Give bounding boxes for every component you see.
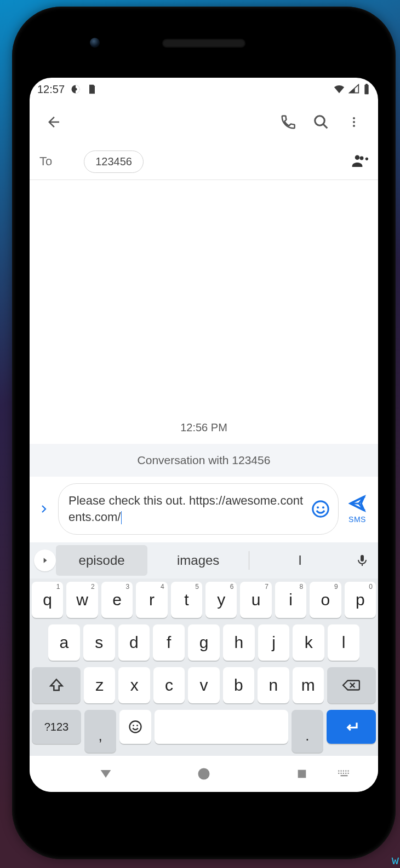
key-t[interactable]: t5 [171,582,202,618]
key-q[interactable]: q1 [32,582,63,618]
key-l[interactable]: l [328,624,359,661]
message-input[interactable]: Please check this out. https://awesome.c… [68,493,308,525]
send-button[interactable]: SMS [342,494,373,524]
recipient-row: To 123456 [30,143,378,180]
key-row-1: q1w2e3r4t5y6u7i8o9p0 [30,578,378,621]
svg-point-13 [322,506,324,508]
status-time: 12:57 [37,83,65,96]
key-h[interactable]: h [223,624,255,661]
conversation-header: Conversation with 123456 [30,444,378,477]
key-row-3: zxcvbnm [30,664,378,707]
svg-point-20 [136,725,138,726]
compose-row: Please check this out. https://awesome.c… [30,477,378,542]
nav-home-button[interactable] [193,763,215,785]
svg-point-19 [133,725,134,726]
suggestion-expand-button[interactable] [34,549,56,571]
key-n[interactable]: n [258,667,289,703]
svg-rect-30 [341,773,342,774]
compose-bubble: Please check this out. https://awesome.c… [58,483,339,535]
key-c[interactable]: c [153,667,185,703]
key-g[interactable]: g [188,624,220,661]
svg-point-18 [130,721,141,733]
svg-point-6 [353,117,355,119]
nav-back-button[interactable] [95,763,117,785]
svg-rect-2 [364,85,368,94]
conversation-area: 12:56 PM Conversation with 123456 [30,180,378,477]
key-row-4: ?123 , . [30,707,378,756]
text-cursor [121,511,122,524]
key-r[interactable]: r4 [136,582,167,618]
enter-key[interactable] [327,710,376,744]
recipient-chip[interactable]: 123456 [84,151,144,173]
comma-key[interactable]: , [84,710,116,753]
symbols-key[interactable]: ?123 [32,710,81,744]
phone-screen: 12:57 [30,78,378,792]
key-z[interactable]: z [84,667,115,703]
svg-marker-14 [44,558,47,563]
svg-rect-3 [365,84,368,85]
key-f[interactable]: f [153,624,185,661]
key-w[interactable]: w2 [66,582,98,618]
svg-rect-25 [341,771,342,772]
key-v[interactable]: v [188,667,219,703]
conversation-timestamp: 12:56 PM [30,416,378,444]
svg-point-22 [198,768,209,780]
add-recipient-button[interactable] [351,152,368,171]
key-x[interactable]: x [118,667,150,703]
svg-rect-26 [343,771,344,772]
suggestion-2[interactable]: images [147,545,249,576]
search-button[interactable] [305,106,338,138]
period-key[interactable]: . [292,710,323,753]
svg-point-9 [355,155,360,160]
svg-rect-15 [361,555,364,562]
call-button[interactable] [272,106,305,138]
svg-rect-31 [343,773,344,774]
svg-rect-28 [348,771,349,772]
svg-marker-21 [101,770,111,778]
svg-point-12 [317,506,319,508]
suggestion-3[interactable]: I [249,545,351,576]
key-y[interactable]: y6 [205,582,237,618]
key-d[interactable]: d [118,624,150,661]
key-k[interactable]: k [293,624,324,661]
key-u[interactable]: u7 [240,582,271,618]
svg-point-7 [353,121,355,123]
key-s[interactable]: s [83,624,115,661]
key-a[interactable]: a [48,624,80,661]
svg-point-11 [313,501,328,517]
phone-speaker [163,39,245,47]
space-key[interactable] [155,710,288,744]
key-m[interactable]: m [293,667,324,703]
key-e[interactable]: e3 [101,582,133,618]
keyboard-switcher-button[interactable] [333,763,355,785]
emoji-key[interactable] [119,710,151,744]
send-icon [348,494,367,515]
more-options-button[interactable] [338,106,370,138]
key-i[interactable]: i8 [275,582,306,618]
key-j[interactable]: j [258,624,290,661]
svg-rect-23 [298,770,306,778]
key-b[interactable]: b [223,667,254,703]
battery-icon [363,83,370,95]
svg-rect-29 [338,773,339,774]
phone-front-camera [90,38,100,48]
backspace-key[interactable] [327,667,376,703]
nav-recents-button[interactable] [291,763,313,785]
keyboard: episode images I q1w2e3r4t5y6u7i8o9p0 as… [30,542,378,756]
expand-compose-button[interactable] [33,493,55,525]
svg-point-10 [360,157,364,160]
svg-rect-27 [345,771,346,772]
navigation-bar [30,756,378,792]
key-o[interactable]: o9 [310,582,341,618]
send-label: SMS [348,515,366,524]
svg-point-8 [353,125,355,127]
suggestion-row: episode images I [30,542,378,578]
key-p[interactable]: p0 [345,582,376,618]
svg-rect-33 [348,773,349,774]
status-bar: 12:57 [30,78,378,101]
suggestion-1[interactable]: episode [56,545,147,576]
back-button[interactable] [37,106,70,138]
shift-key[interactable] [32,667,81,703]
emoji-button[interactable] [308,497,333,521]
voice-input-button[interactable] [351,552,374,569]
